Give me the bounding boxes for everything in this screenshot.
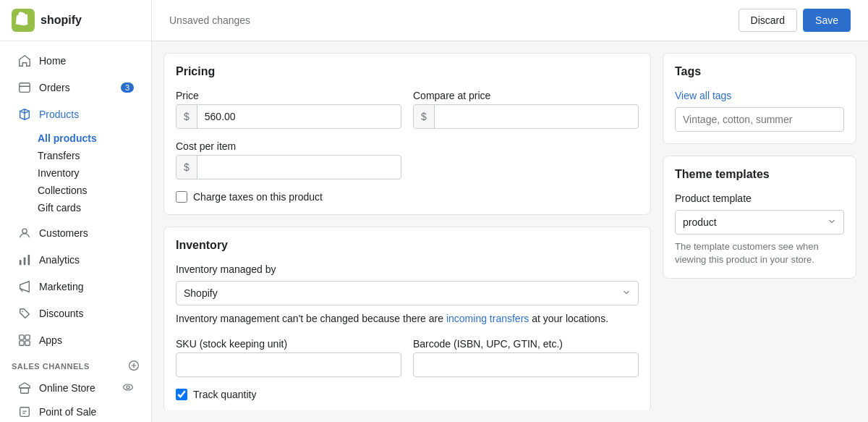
sidebar-item-analytics-label: Analytics [39, 254, 80, 266]
product-template-label: Product template [675, 193, 844, 204]
price-input-wrapper: $ [176, 104, 401, 129]
barcode-group: Barcode (ISBN, UPC, GTIN, etc.) [413, 338, 639, 377]
discard-button[interactable]: Discard [739, 9, 797, 32]
svg-rect-4 [24, 257, 26, 265]
svg-rect-9 [20, 341, 24, 345]
sidebar-item-discounts[interactable]: Discounts [6, 300, 145, 326]
sidebar-item-marketing[interactable]: Marketing [6, 274, 145, 300]
view-all-tags-link[interactable]: View all tags [675, 90, 844, 101]
inventory-title: Inventory [176, 239, 639, 252]
pricing-title: Pricing [176, 65, 639, 78]
sidebar-item-online-store[interactable]: Online Store [6, 376, 145, 400]
track-qty-row: Track quantity [176, 389, 639, 400]
customers-icon [17, 226, 32, 240]
tags-card: Tags View all tags [663, 53, 856, 144]
cost-row: Cost per item $ [176, 140, 639, 180]
sidebar-item-home-label: Home [39, 55, 66, 67]
price-input[interactable] [197, 105, 401, 128]
sidebar-item-analytics[interactable]: Analytics [6, 247, 145, 273]
add-sales-channel-icon[interactable] [128, 360, 140, 373]
svg-rect-8 [25, 335, 30, 339]
svg-rect-12 [21, 388, 29, 393]
sku-input[interactable] [176, 353, 401, 377]
tags-title: Tags [675, 65, 844, 78]
compare-price-input[interactable] [435, 105, 638, 128]
theme-templates-card: Theme templates Product template product… [663, 156, 856, 279]
home-icon [17, 54, 32, 68]
sidebar-item-pos[interactable]: Point of Sale [6, 400, 145, 422]
sku-label: SKU (stock keeping unit) [176, 338, 401, 350]
online-store-label: Online Store [39, 382, 95, 394]
cost-label: Cost per item [176, 140, 401, 152]
compare-price-group: Compare at price $ [413, 90, 639, 129]
subnav-all-products[interactable]: All products [32, 130, 151, 147]
svg-point-13 [124, 384, 133, 390]
sales-channels-header: SALES CHANNELS [0, 354, 151, 376]
sidebar-item-orders-label: Orders [39, 82, 70, 93]
svg-rect-10 [25, 341, 30, 345]
subnav-collections[interactable]: Collections [32, 182, 151, 199]
logo-text: shopify [41, 14, 82, 27]
sidebar-item-products-label: Products [39, 109, 79, 120]
orders-icon [17, 80, 32, 95]
sidebar-item-apps[interactable]: Apps [6, 327, 145, 353]
subnav-gift-cards[interactable]: Gift cards [32, 199, 151, 216]
svg-rect-7 [20, 335, 24, 339]
svg-rect-15 [20, 408, 30, 417]
online-store-eye-icon[interactable] [122, 381, 134, 395]
apps-icon [17, 333, 32, 347]
track-quantity-checkbox[interactable] [176, 389, 187, 400]
save-button[interactable]: Save [803, 9, 851, 32]
sidebar-item-discounts-label: Discounts [39, 308, 83, 319]
marketing-icon [17, 279, 32, 294]
tax-checkbox-label: Charge taxes on this product [193, 191, 323, 203]
price-group: Price $ [176, 90, 401, 129]
sidebar-item-customers-label: Customers [39, 227, 88, 239]
price-label: Price [176, 90, 401, 101]
svg-point-6 [22, 311, 23, 312]
barcode-input[interactable] [413, 353, 639, 377]
inventory-card: Inventory Inventory managed by Shopify I… [163, 227, 651, 410]
tags-input[interactable] [675, 107, 844, 132]
shopify-logo-icon [12, 9, 35, 32]
product-template-select[interactable]: product [675, 210, 844, 235]
sku-barcode-row: SKU (stock keeping unit) Barcode (ISBN, … [176, 338, 639, 377]
analytics-icon [17, 253, 32, 267]
managed-by-select[interactable]: Shopify [176, 281, 639, 305]
subnav-inventory[interactable]: Inventory [32, 164, 151, 182]
sidebar-item-orders[interactable]: Orders 3 [6, 75, 145, 101]
tax-checkbox-row: Charge taxes on this product [176, 191, 639, 203]
incoming-transfers-link[interactable]: incoming transfers [446, 313, 529, 324]
cost-prefix: $ [176, 156, 197, 179]
products-subnav: All products Transfers Inventory Collect… [0, 128, 151, 219]
managed-by-group: Inventory managed by Shopify [176, 263, 639, 305]
price-row: Price $ Compare at price $ [176, 90, 639, 129]
product-template-group: Product template product [675, 193, 844, 235]
svg-rect-1 [20, 83, 30, 93]
side-column: Tags View all tags Theme templates Produ… [663, 53, 856, 410]
content-area: Pricing Price $ Compare at price $ [152, 41, 868, 422]
subnav-transfers[interactable]: Transfers [32, 147, 151, 164]
sidebar-item-customers[interactable]: Customers [6, 220, 145, 246]
sidebar-item-products[interactable]: Products [6, 101, 145, 127]
theme-templates-title: Theme templates [675, 168, 844, 181]
topbar: Unsaved changes Discard Save [152, 0, 868, 41]
sidebar: shopify Home Orders 3 Products All p [0, 0, 152, 422]
sidebar-item-apps-label: Apps [39, 334, 62, 346]
sidebar-item-home[interactable]: Home [6, 48, 145, 74]
inventory-info-text: Inventory management can't be changed be… [176, 311, 639, 326]
compare-price-prefix: $ [414, 105, 435, 128]
price-prefix: $ [176, 105, 197, 128]
theme-template-description: The template customers see when viewing … [675, 240, 844, 266]
orders-badge: 3 [121, 83, 134, 93]
managed-by-select-wrapper: Shopify [176, 281, 639, 305]
online-store-icon [17, 381, 32, 395]
tax-checkbox[interactable] [176, 191, 187, 203]
cost-input[interactable] [197, 156, 401, 179]
cost-group: Cost per item $ [176, 140, 401, 180]
svg-point-2 [22, 229, 27, 233]
product-template-select-wrapper: product [675, 210, 844, 235]
track-quantity-label: Track quantity [193, 389, 256, 400]
products-icon [17, 107, 32, 122]
compare-price-label: Compare at price [413, 90, 639, 101]
